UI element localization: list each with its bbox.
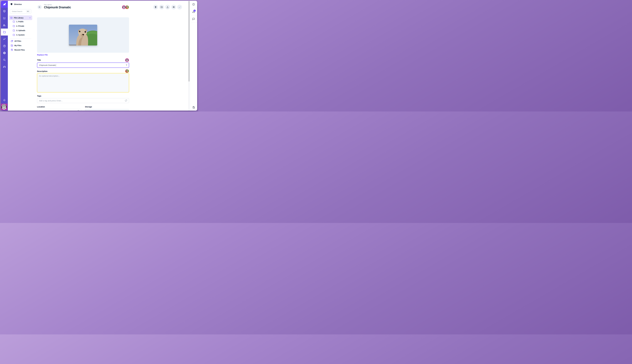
nav-item-label: File Library: [14, 17, 28, 19]
nav-link-label: Recent Files: [14, 49, 25, 51]
app-window: Directus ⌘K File Library 1. Public 2. Pr…: [1, 1, 197, 110]
nav-folder-private[interactable]: 2. Private: [8, 24, 33, 28]
adjust-button[interactable]: [171, 5, 176, 10]
header-actions: [153, 5, 182, 10]
bell-icon: [3, 99, 6, 102]
module-file-library[interactable]: [1, 28, 8, 36]
nav-link-my-files[interactable]: My Files: [8, 43, 33, 48]
nav-folder-system[interactable]: 4. System: [8, 32, 33, 37]
insights-icon: [3, 38, 6, 40]
chevron-down-icon: [29, 17, 31, 19]
folder-icon: [13, 29, 15, 32]
project-name: Directus: [14, 3, 22, 5]
arrow-left-icon: [38, 6, 41, 8]
module-bar: [1, 1, 8, 110]
gear-icon: [3, 52, 6, 54]
folder-move-icon: [160, 6, 163, 8]
nav-link-label: My Files: [14, 44, 21, 46]
text-caret: [56, 64, 56, 66]
tags-label: Tags: [37, 95, 41, 97]
notifications-button[interactable]: [1, 97, 8, 104]
storage-label: Storage: [85, 106, 92, 108]
nav-folder-label: 2. Private: [16, 25, 24, 27]
main-content: File Library Chipmunk Dramatic: [33, 1, 190, 110]
location-label: Location: [37, 106, 45, 108]
nav-folder-label: 1. Public: [16, 20, 24, 22]
pending-actions-button[interactable]: [190, 106, 197, 109]
module-search[interactable]: [1, 56, 8, 63]
scrollbar-track[interactable]: [188, 1, 190, 110]
project-row[interactable]: Directus: [8, 1, 33, 8]
breadcrumb[interactable]: File Library: [44, 4, 52, 6]
map-pin-icon: [78, 110, 79, 110]
nav-folder-public[interactable]: 1. Public: [8, 19, 33, 24]
history-icon: [10, 48, 13, 51]
tag-icon: [125, 99, 127, 102]
nav-link-recent-files[interactable]: Recent Files: [8, 48, 33, 52]
revisions-button[interactable]: 1: [190, 8, 197, 16]
location-field[interactable]: [37, 109, 81, 110]
nav-folder-label: 3. Uploads: [16, 30, 25, 32]
search-icon: [3, 58, 6, 61]
info-icon: [192, 3, 195, 6]
delete-button[interactable]: [153, 5, 158, 10]
nav-folder-uploads[interactable]: 3. Uploads: [8, 28, 33, 32]
module-settings[interactable]: [1, 50, 8, 56]
description-editor-avatar: [125, 69, 129, 73]
download-button[interactable]: [165, 5, 170, 10]
module-insights[interactable]: [1, 36, 8, 42]
module-documentation[interactable]: [1, 42, 8, 50]
directus-logo-button[interactable]: [1, 1, 8, 8]
title-value: Chipmunk Dramatic: [39, 64, 56, 66]
save-button[interactable]: [177, 5, 182, 10]
description-textarea[interactable]: [37, 74, 129, 92]
location-input[interactable]: [37, 109, 81, 110]
title-editor-avatar: [125, 58, 129, 62]
module-content[interactable]: [1, 8, 8, 15]
description-label: Description: [37, 70, 48, 72]
current-user-avatar[interactable]: [1, 104, 8, 110]
people-waves-icon: [3, 65, 6, 68]
back-button[interactable]: [38, 5, 42, 9]
move-to-folder-button[interactable]: [159, 5, 164, 10]
module-editor[interactable]: [1, 15, 8, 22]
module-presence[interactable]: [1, 63, 8, 70]
scrollbar-thumb[interactable]: [188, 1, 190, 82]
comments-button[interactable]: [190, 16, 197, 23]
edit-icon: [3, 17, 6, 20]
module-bar-spacer: [1, 70, 8, 97]
nav-folder-label: 4. System: [16, 34, 24, 36]
title-label: Title: [37, 59, 41, 61]
folder-icon: [13, 20, 15, 23]
check-icon: [178, 6, 181, 8]
help-icon: [3, 44, 6, 48]
download-icon: [166, 6, 169, 8]
title-formatter-icon: T: [126, 64, 127, 66]
title-input[interactable]: Chipmunk Dramatic T: [37, 62, 129, 68]
right-sidebar: 1: [190, 1, 197, 110]
global-search-input[interactable]: [12, 10, 25, 12]
man-avatar: [122, 5, 126, 9]
clipboard-clock-icon: [192, 106, 195, 109]
comment-icon: [192, 18, 195, 20]
nav-link-all-files[interactable]: All Files: [8, 39, 33, 43]
module-user-directory[interactable]: [1, 22, 8, 28]
folder-user-icon: [10, 44, 13, 47]
storage-field: [85, 109, 129, 110]
replace-file-link[interactable]: Replace File: [37, 54, 48, 56]
users-icon: [3, 24, 6, 27]
page-title: Chipmunk Dramatic: [44, 6, 71, 9]
global-search[interactable]: ⌘K: [10, 9, 31, 14]
folder-icon: [13, 34, 15, 36]
directus-diamond-icon: [10, 3, 13, 6]
chipmunk-image: [69, 25, 97, 46]
tags-input[interactable]: [37, 100, 129, 102]
folder-icon: [13, 25, 15, 27]
file-info-button[interactable]: [190, 1, 197, 8]
file-preview[interactable]: [37, 17, 129, 53]
revisions-badge: 1: [194, 10, 196, 12]
folder-icon: [3, 30, 6, 34]
search-shortcut-badge: ⌘K: [26, 10, 30, 13]
viewer-avatars: [122, 5, 129, 9]
copy-icon: [10, 40, 13, 42]
